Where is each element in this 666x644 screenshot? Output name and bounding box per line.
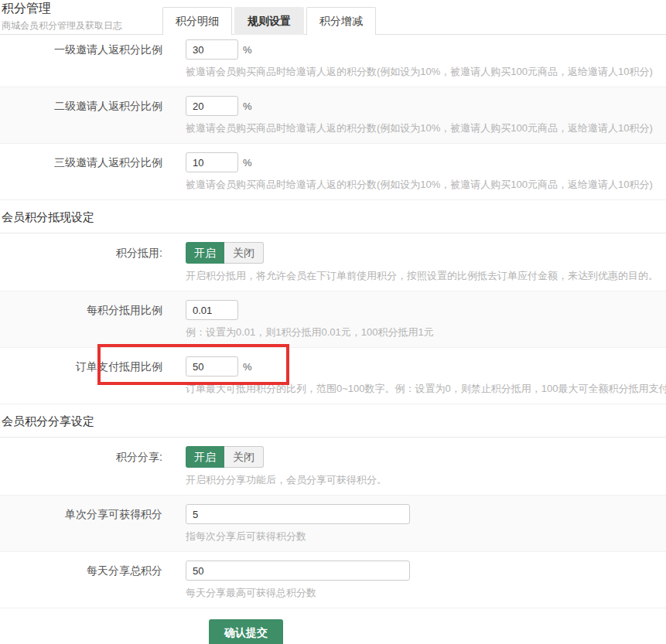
section-header-sharing: 会员积分分享设定 <box>0 404 666 438</box>
field-help: 开启积分分享功能后，会员分享可获得积分。 <box>186 473 666 486</box>
submit-row: 确认提交 <box>0 608 666 644</box>
field-label: 二级邀请人返积分比例 <box>0 96 186 135</box>
toggle-on-button[interactable]: 开启 <box>186 446 224 468</box>
field-label: 单次分享可获得积分 <box>0 504 186 543</box>
field-label: 每天分享总积分 <box>0 561 186 599</box>
title-block: 积分管理 商城会员积分管理及获取日志 <box>2 1 122 32</box>
order-pay-ratio-input[interactable] <box>186 356 238 377</box>
page-title: 积分管理 <box>2 1 122 16</box>
points-deduct-toggle: 开启 关闭 <box>186 242 264 264</box>
page-subtitle: 商城会员积分管理及获取日志 <box>2 19 122 32</box>
daily-share-points-input[interactable] <box>186 561 410 581</box>
field-help: 每天分享最高可获得总积分数 <box>186 586 666 599</box>
row-order-pay-ratio: 订单支付抵用比例 % 订单最大可抵用积分的比列，范围0~100数字。例：设置为0… <box>0 348 666 404</box>
points-share-toggle: 开启 关闭 <box>186 446 264 468</box>
points-per-share-input[interactable] <box>186 504 410 524</box>
tab-rule-settings[interactable]: 规则设置 <box>234 7 304 35</box>
percent-suffix: % <box>243 101 252 112</box>
field-help: 指每次分享后可获得积分数 <box>186 530 666 543</box>
field-help: 被邀请会员购买商品时给邀请人返的积分数(例如设为10%，被邀请人购买100元商品… <box>186 65 666 78</box>
per-point-ratio-input[interactable] <box>186 300 238 320</box>
field-label: 积分分享: <box>0 446 186 486</box>
row-daily-share-points: 每天分享总积分 每天分享最高可获得总积分数 <box>0 552 666 608</box>
confirm-submit-button[interactable]: 确认提交 <box>209 619 283 644</box>
field-label: 每积分抵用比例 <box>0 300 186 339</box>
field-label: 积分抵用: <box>0 242 186 282</box>
section-header-deduction: 会员积分抵现设定 <box>0 200 666 233</box>
tab-bar: 积分明细 规则设置 积分增减 <box>162 7 378 35</box>
invite-level2-input[interactable] <box>186 96 238 116</box>
page-header: 积分管理 商城会员积分管理及获取日志 积分明细 规则设置 积分增减 <box>0 0 666 35</box>
field-help: 被邀请会员购买商品时给邀请人返的积分数(例如设为10%，被邀请人购买100元商品… <box>186 121 666 135</box>
percent-suffix: % <box>243 361 252 373</box>
toggle-off-button[interactable]: 关闭 <box>224 242 264 264</box>
row-points-per-share: 单次分享可获得积分 指每次分享后可获得积分数 <box>0 496 666 552</box>
invite-level1-input[interactable] <box>186 39 238 60</box>
row-invite-level3: 三级邀请人返积分比例 % 被邀请会员购买商品时给邀请人返的积分数(例如设为10%… <box>0 144 666 200</box>
field-label: 订单支付抵用比例 <box>0 356 186 395</box>
row-invite-level1: 一级邀请人返积分比例 % 被邀请会员购买商品时给邀请人返的积分数(例如设为10%… <box>0 35 666 87</box>
points-settings-page: 积分管理 商城会员积分管理及获取日志 积分明细 规则设置 积分增减 一级邀请人返… <box>0 0 666 644</box>
row-invite-level2: 二级邀请人返积分比例 % 被邀请会员购买商品时给邀请人返的积分数(例如设为10%… <box>0 87 666 144</box>
tab-points-detail[interactable]: 积分明细 <box>162 7 232 35</box>
invite-level3-input[interactable] <box>186 152 238 172</box>
field-label: 三级邀请人返积分比例 <box>0 152 186 191</box>
field-help: 例：设置为0.01，则1积分抵用0.01元，100积分抵用1元 <box>186 325 666 339</box>
field-help: 订单最大可抵用积分的比列，范围0~100数字。例：设置为0，则禁止积分抵用，10… <box>186 382 666 395</box>
tab-points-adjust[interactable]: 积分增减 <box>306 7 376 35</box>
field-help: 被邀请会员购买商品时给邀请人返的积分数(例如设为10%，被邀请人购买100元商品… <box>186 178 666 191</box>
field-help: 开启积分抵用，将允许会员在下订单前使用积分，按照设置的比例抵去订单应付金额，来达… <box>186 269 666 282</box>
field-label: 一级邀请人返积分比例 <box>0 39 186 78</box>
row-points-deduct-toggle: 积分抵用: 开启 关闭 开启积分抵用，将允许会员在下订单前使用积分，按照设置的比… <box>0 233 666 291</box>
toggle-off-button[interactable]: 关闭 <box>224 446 264 468</box>
percent-suffix: % <box>243 44 252 56</box>
percent-suffix: % <box>243 157 252 169</box>
row-points-share-toggle: 积分分享: 开启 关闭 开启积分分享功能后，会员分享可获得积分。 <box>0 438 666 496</box>
row-per-point-ratio: 每积分抵用比例 例：设置为0.01，则1积分抵用0.01元，100积分抵用1元 <box>0 291 666 348</box>
toggle-on-button[interactable]: 开启 <box>186 242 224 264</box>
